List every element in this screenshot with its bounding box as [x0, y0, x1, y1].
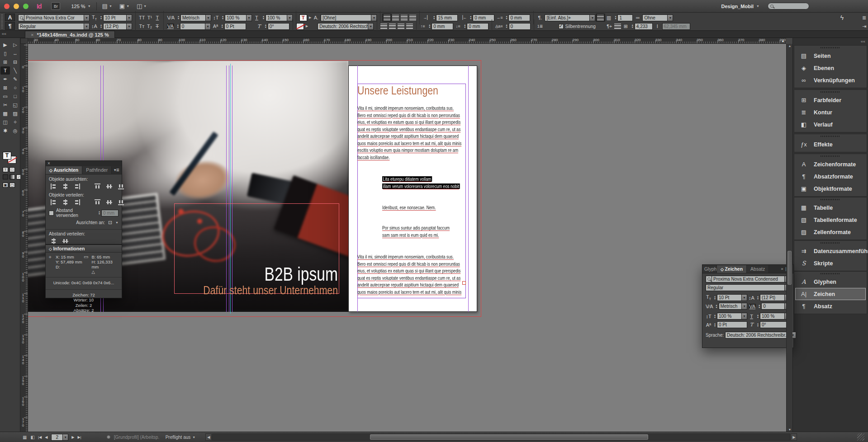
status-view-icon[interactable]: ▦ — [23, 435, 27, 440]
character-style-combo[interactable]: [Ohne] — [321, 14, 377, 21]
body-line[interactable]: quos maios poreiciis aut lacero tem et a… — [357, 141, 461, 146]
scroll-left-arrow[interactable]: ◀ — [205, 433, 212, 441]
dropdown-arrow[interactable] — [127, 14, 132, 21]
panel-zellenformate[interactable]: ▨Zellenformate — [794, 226, 867, 238]
body-line[interactable]: eius, et voluptias ex eatum quas si qui … — [357, 119, 460, 125]
type-tool[interactable]: T — [0, 66, 10, 75]
language-combo[interactable]: Deutsch: 2006 Rechtsch... — [318, 23, 374, 30]
document-tab[interactable]: × *148x148mm_4s.indd @ 125 % — [25, 31, 115, 38]
search-input[interactable] — [768, 3, 809, 9]
scroll-up-arrow[interactable]: ▲ — [787, 44, 793, 47]
column-rule-combo[interactable]: Ohne — [642, 14, 673, 21]
stroke-color-swatch[interactable] — [296, 23, 304, 30]
leading-field[interactable]: (12 Pt) — [99, 23, 132, 30]
char-style-combo[interactable]: Regular — [706, 284, 790, 291]
close-tab-icon[interactable]: × — [31, 32, 33, 38]
formatting-affects-container-icon[interactable]: □ — [9, 167, 15, 172]
selected-text-line[interactable]: illam verum voloresera volorecum eos nob… — [382, 183, 460, 189]
justify-last-right-button[interactable] — [398, 24, 404, 29]
align-top-edges-button[interactable] — [95, 183, 100, 190]
body-line[interactable]: Bero est omnisci reped quis di dit hicab… — [357, 261, 460, 267]
justify-button[interactable] — [409, 15, 416, 20]
panel-menu-icon[interactable]: ≣ — [861, 15, 867, 21]
flyout-arrow-icon[interactable]: ▶ — [306, 24, 308, 28]
preflight-menu[interactable]: Preflight aus — [166, 435, 191, 440]
paragraph-formatting-button[interactable]: ¶ — [5, 22, 15, 30]
font-size-value[interactable]: 10 Pt — [103, 14, 127, 21]
hyphenation-checkbox[interactable] — [559, 24, 564, 29]
body-line[interactable]: Bero est omnisci reped quis di dit hicab… — [357, 113, 460, 118]
paragraph-style-value[interactable]: [Einf. Abs.]+ — [545, 14, 590, 21]
character-formatting-button[interactable]: A — [5, 14, 15, 21]
dropdown-arrow[interactable] — [590, 14, 595, 21]
st[interactable] — [469, 15, 473, 20]
skew-value[interactable]: 0° — [268, 23, 289, 30]
st[interactable] — [264, 24, 268, 28]
panel-kontur[interactable]: ≣Kontur — [794, 106, 867, 118]
indent-right-value[interactable]: 0 mm — [473, 14, 494, 21]
chevron-down-icon[interactable]: ▼ — [192, 436, 195, 439]
baseline-shift-field[interactable]: 0 Pt — [220, 23, 246, 30]
tab-ausrichten[interactable]: Ausrichten — [46, 166, 82, 174]
flyout-arrow-icon[interactable]: ▶ — [309, 16, 311, 19]
st[interactable] — [427, 24, 432, 28]
dropdown-arrow[interactable] — [247, 14, 252, 21]
panel-seiten[interactable]: ▤Seiten — [794, 50, 867, 62]
distribute-left-button[interactable] — [95, 198, 100, 206]
dropdown-arrow[interactable] — [84, 23, 90, 30]
group-drag-handle[interactable] — [821, 242, 840, 244]
dropdown-arrow[interactable] — [205, 23, 211, 30]
char-language-combo[interactable]: Deutsch: 2006 Rechtschreibr... — [725, 332, 796, 339]
distribute-right-button[interactable] — [118, 198, 124, 206]
panel-ebenen[interactable]: ◈Ebenen — [794, 62, 867, 74]
all-caps-icon[interactable] — [139, 15, 145, 20]
dropdown-arrow[interactable] — [63, 434, 68, 441]
char-kerning-field[interactable]: Metrisch — [715, 303, 748, 310]
strikethrough-icon[interactable] — [154, 24, 160, 29]
char-font-value[interactable]: Proxima Nova Extra Condensed — [711, 276, 785, 282]
gradient-feather-tool[interactable]: ▨ — [10, 109, 20, 118]
panel-options-icon[interactable]: ⇥ — [861, 24, 867, 29]
pen-tool[interactable]: ✒ — [0, 75, 10, 83]
body-line[interactable]: Por simus suntur adis paruptat faccum — [382, 225, 450, 230]
justify-all-button[interactable] — [406, 24, 413, 29]
body-line[interactable]: quos maios poreiciis aut lacero tem et a… — [357, 289, 461, 295]
char-skew-field[interactable]: 0° — [756, 321, 790, 328]
st[interactable] — [432, 15, 436, 20]
scissors-tool[interactable]: ✂ — [0, 101, 10, 109]
scroll-down-arrow[interactable]: ▼ — [787, 428, 793, 431]
space-before-value[interactable]: 0 mm — [432, 23, 453, 30]
status-preview-icon[interactable]: ◧ — [30, 435, 34, 440]
quick-apply-icon[interactable]: ϟ — [839, 14, 845, 21]
panel-absatz[interactable]: ¶Absatz — [794, 300, 867, 312]
char-hscale-value[interactable]: 100 % — [760, 313, 785, 320]
workspace-switcher[interactable]: Design_Mobil ▼ — [721, 4, 759, 9]
space-after-value[interactable]: 0 mm — [467, 23, 489, 30]
st[interactable] — [261, 15, 266, 20]
align-h-centers-button[interactable] — [62, 183, 69, 189]
vertical-scale-value[interactable]: 100 % — [225, 14, 247, 21]
vertical-scrollbar[interactable]: ▲ ▼ — [786, 44, 792, 432]
body-line[interactable]: faccab iscillandae. — [357, 155, 389, 160]
paragraph-style-combo[interactable]: [Einf. Abs.]+ — [545, 14, 595, 21]
st[interactable] — [176, 15, 180, 20]
st[interactable] — [463, 24, 467, 28]
collapse-toolbar-icon[interactable]: «« — [2, 32, 6, 36]
vertical-scroll-thumb[interactable] — [787, 251, 792, 285]
group-drag-handle[interactable] — [821, 273, 840, 274]
char-leading-value[interactable]: (12 Pt) — [760, 294, 785, 301]
panel-verlauf[interactable]: ◧Verlauf — [794, 118, 867, 131]
rectangle-tool[interactable]: □ — [10, 92, 20, 100]
close-icon[interactable]: × — [47, 161, 50, 165]
line-tool[interactable]: ╲ — [10, 66, 20, 75]
gap-tool[interactable]: ↔ — [10, 49, 20, 57]
window-resize-grip[interactable] — [857, 433, 864, 441]
justify-last-center-button[interactable] — [389, 24, 396, 29]
first-page-button[interactable]: |◀ — [38, 435, 42, 439]
panel-objektformate[interactable]: ▣Objektformate — [794, 183, 867, 195]
paragraph-options-icon[interactable]: ¶+ — [607, 24, 612, 29]
horizontal-scrollbar[interactable] — [212, 433, 790, 441]
eyedropper-tool[interactable]: ✧ — [10, 118, 20, 126]
panel-farbfelder[interactable]: ⊞Farbfelder — [794, 94, 867, 106]
scroll-right-arrow[interactable]: ▶ — [791, 433, 797, 441]
